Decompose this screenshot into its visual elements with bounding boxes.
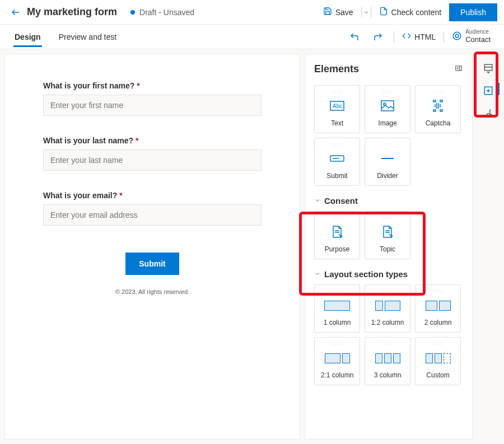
last-name-input[interactable]	[43, 149, 262, 171]
save-label: Save	[335, 8, 353, 17]
drag-handle-icon: ::::::	[432, 288, 443, 293]
field-label: What is your last name?*	[43, 136, 262, 145]
submit-icon	[329, 152, 345, 165]
drag-handle-icon: ::::::	[332, 142, 342, 147]
element-text[interactable]: :::::: Abc Text	[314, 85, 360, 133]
panel-collapse-button[interactable]	[454, 64, 463, 74]
captcha-icon	[430, 99, 446, 113]
svg-point-1	[453, 32, 461, 40]
email-input[interactable]	[43, 204, 262, 226]
section-consent-toggle[interactable]: Consent	[305, 186, 472, 211]
divider-icon	[380, 152, 395, 165]
status-text: Draft - Unsaved	[139, 8, 194, 17]
status: Draft - Unsaved	[130, 8, 194, 17]
html-label: HTML	[414, 32, 436, 41]
undo-button[interactable]	[347, 29, 362, 45]
field-label: What is your first name?*	[43, 81, 262, 90]
audience-button[interactable]: Audience Contact	[452, 29, 491, 44]
elements-panel: Elements :::::: Abc Text :::::: Image	[305, 54, 473, 440]
form-canvas[interactable]: What is your first name?* What is your l…	[4, 54, 300, 440]
element-divider[interactable]: :::::: Divider	[365, 138, 410, 186]
tab-preview[interactable]: Preview and test	[58, 27, 118, 47]
purpose-icon	[329, 225, 345, 239]
layout-3-column[interactable]: :::::: 3 column	[365, 337, 410, 385]
drag-handle-icon: ::::::	[382, 341, 393, 346]
status-dot-icon	[130, 10, 135, 15]
element-captcha[interactable]: :::::: Captcha	[415, 85, 461, 133]
drag-handle-icon: ::::::	[382, 288, 393, 293]
section-layout-toggle[interactable]: Layout section types	[305, 259, 472, 284]
image-icon	[380, 99, 395, 113]
rail-elements-button[interactable]	[482, 84, 495, 97]
save-dropdown[interactable]	[361, 7, 371, 18]
code-icon	[402, 31, 411, 42]
form-submit-button[interactable]: Submit	[125, 253, 179, 275]
save-button[interactable]: Save	[319, 3, 358, 21]
rail-form-fields-button[interactable]	[482, 62, 495, 75]
drag-handle-icon: ::::::	[382, 215, 393, 220]
svg-rect-3	[456, 66, 462, 71]
page-title: My marketing form	[27, 6, 117, 18]
drag-handle-icon: ::::::	[432, 341, 443, 346]
layout-2-1-column[interactable]: :::::: 2:1 column	[314, 337, 360, 385]
element-submit[interactable]: :::::: Submit	[314, 138, 360, 186]
separator	[444, 31, 444, 43]
drag-handle-icon: ::::::	[332, 89, 342, 94]
svg-point-26	[489, 114, 492, 117]
back-button[interactable]	[7, 3, 25, 21]
check-content-label: Check content	[391, 8, 442, 17]
svg-point-2	[455, 34, 459, 38]
separator	[394, 31, 394, 43]
element-topic[interactable]: :::::: Topic	[365, 211, 410, 259]
first-name-input[interactable]	[43, 95, 262, 116]
redo-button[interactable]	[370, 29, 386, 45]
layout-1-column[interactable]: :::::: 1 column	[314, 284, 360, 333]
layout-1-2-column[interactable]: :::::: 1:2 column	[365, 284, 410, 333]
publish-button[interactable]: Publish	[449, 3, 497, 21]
html-button[interactable]: HTML	[402, 31, 436, 42]
field-label: What is your email?*	[43, 191, 262, 200]
drag-handle-icon: ::::::	[332, 341, 342, 346]
rail-active-indicator	[498, 83, 500, 95]
drag-handle-icon: ::::::	[332, 215, 342, 220]
drag-handle-icon: ::::::	[332, 288, 342, 293]
svg-rect-7	[381, 101, 394, 111]
layout-custom[interactable]: :::::: Custom	[415, 337, 461, 385]
audience-text: Audience Contact	[465, 29, 491, 44]
text-icon: Abc	[329, 99, 345, 113]
chevron-down-icon	[314, 269, 321, 279]
side-rail	[477, 54, 500, 440]
target-icon	[452, 31, 462, 43]
layout-2-column[interactable]: :::::: 2 column	[415, 284, 461, 333]
rail-settings-button[interactable]	[482, 106, 495, 120]
chevron-down-icon	[314, 196, 321, 205]
check-content-button[interactable]: Check content	[375, 3, 446, 21]
save-icon	[323, 7, 332, 17]
drag-handle-icon: ::::::	[432, 89, 443, 94]
footer-text: © 2023. All rights reserved.	[43, 288, 262, 295]
element-purpose[interactable]: :::::: Purpose	[314, 211, 360, 259]
panel-title: Elements	[314, 63, 359, 75]
element-image[interactable]: :::::: Image	[365, 85, 410, 133]
svg-text:Abc: Abc	[333, 103, 342, 109]
tab-design[interactable]: Design	[13, 27, 42, 47]
drag-handle-icon: ::::::	[382, 142, 393, 147]
topic-icon	[380, 225, 395, 239]
document-check-icon	[379, 7, 388, 17]
drag-handle-icon: ::::::	[382, 89, 393, 94]
